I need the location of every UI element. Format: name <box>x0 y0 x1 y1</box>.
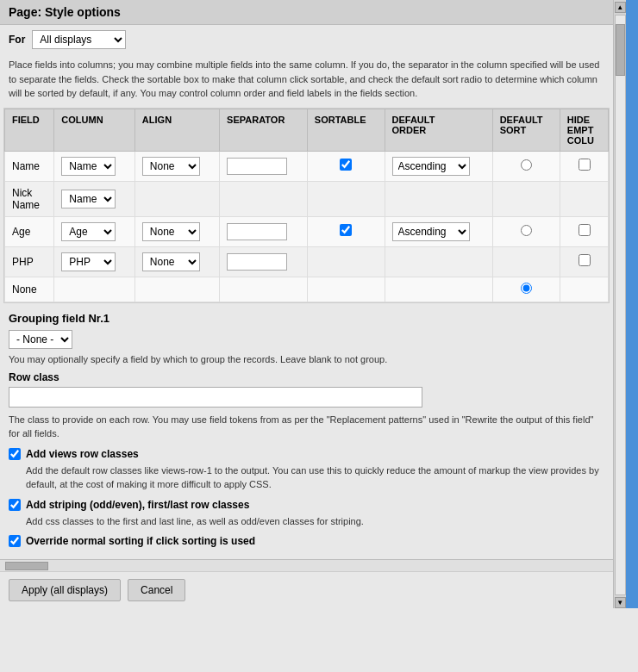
sortable-checkbox-name[interactable] <box>340 159 352 171</box>
blue-tab-top[interactable] <box>626 112 638 142</box>
col-header-column: COLUMN <box>54 109 135 151</box>
align-select-cell: NoneLeftCenterRight <box>134 151 219 181</box>
hide-empty-cell <box>560 151 608 181</box>
blue-tab-bottom[interactable] <box>626 314 638 345</box>
sortable-cell <box>307 216 385 246</box>
column-select-age[interactable]: NameAgePHP <box>61 222 116 241</box>
align-select-cell: NoneLeftCenterRight <box>134 246 219 277</box>
separator-input-name[interactable] <box>227 158 287 175</box>
table-row: NickName NameAgePHP <box>5 181 609 216</box>
col-header-default-sort: DEFAULTSORT <box>492 109 560 151</box>
sortable-none <box>307 277 385 302</box>
for-row: For All displays Default display <box>0 25 613 54</box>
col-header-field: FIELD <box>5 109 54 151</box>
checkbox-row-override: Override normal sorting if click sorting… <box>9 535 604 547</box>
column-select-cell: NameAgePHP <box>54 181 135 216</box>
hide-empty-none <box>560 277 608 302</box>
default-order-select-name[interactable]: AscendingDescending <box>392 157 470 176</box>
cancel-button[interactable]: Cancel <box>128 579 185 601</box>
column-select-nickname[interactable]: NameAgePHP <box>61 190 116 208</box>
for-select[interactable]: All displays Default display <box>32 30 126 49</box>
align-select-name[interactable]: NoneLeftCenterRight <box>142 157 200 176</box>
grouping-note: You may optionally specify a field by wh… <box>9 354 604 364</box>
sortable-checkbox-age[interactable] <box>340 224 352 236</box>
default-sort-radio-none[interactable] <box>521 283 532 294</box>
col-header-default-order: DEFAULTORDER <box>385 109 492 151</box>
col-header-align: ALIGN <box>134 109 219 151</box>
column-select-cell: NameAgePHP <box>54 246 135 277</box>
h-scroll-thumb[interactable] <box>5 562 48 570</box>
align-select-age[interactable]: NoneLeftCenterRight <box>142 222 200 241</box>
scroll-thumb[interactable] <box>616 24 625 76</box>
grouping-select[interactable]: - None - <box>9 330 72 349</box>
add-views-row-label[interactable]: Add views row classes <box>26 448 139 460</box>
field-none: None <box>5 277 54 302</box>
grouping-row: - None - <box>9 330 604 349</box>
description-text: Place fields into columns; you may combi… <box>9 58 604 101</box>
add-striping-sublabel: Add css classes to the first and last li… <box>26 514 604 529</box>
separator-none <box>220 277 308 302</box>
checkboxes-container: Add views row classes Add the default ro… <box>9 448 604 548</box>
default-sort-cell <box>492 216 560 246</box>
row-class-input[interactable] <box>9 387 422 408</box>
default-order-cell <box>385 181 492 216</box>
default-order-select-age[interactable]: AscendingDescending <box>392 222 470 241</box>
separator-input-php[interactable] <box>227 253 287 271</box>
grouping-title: Grouping field Nr.1 <box>9 312 604 325</box>
sortable-cell <box>307 246 385 277</box>
column-none <box>54 277 135 302</box>
blue-tabs-panel <box>626 0 638 608</box>
add-views-row-checkbox[interactable] <box>9 448 21 460</box>
scroll-track <box>615 15 626 595</box>
default-sort-radio-age[interactable] <box>521 225 532 236</box>
scroll-up-button[interactable]: ▲ <box>615 2 626 13</box>
column-select-cell: NameAgePHP <box>54 151 135 181</box>
for-label: For <box>9 34 25 46</box>
default-order-none <box>385 277 492 302</box>
col-header-sortable: SORTABLE <box>307 109 385 151</box>
hide-empty-checkbox-age[interactable] <box>579 224 591 236</box>
fields-table: FIELD COLUMN ALIGN SEPARATOR SORTABLE DE… <box>4 109 609 302</box>
separator-input-age[interactable] <box>227 223 287 240</box>
override-sorting-label[interactable]: Override normal sorting if click sorting… <box>26 535 255 547</box>
field-name: Age <box>5 216 54 246</box>
table-row: PHP NameAgePHP NoneLeftCenterRight <box>5 246 609 277</box>
add-striping-checkbox[interactable] <box>9 499 21 511</box>
align-select-cell: NoneLeftCenterRight <box>134 216 219 246</box>
checkbox-row-striping: Add striping (odd/even), first/last row … <box>9 499 604 511</box>
vertical-scrollbar[interactable]: ▲ ▼ <box>613 0 626 608</box>
default-sort-radio-name[interactable] <box>521 159 532 171</box>
field-name: Name <box>5 151 54 181</box>
align-select-cell <box>134 181 219 216</box>
horizontal-scrollbar[interactable] <box>0 559 613 571</box>
sortable-cell <box>307 151 385 181</box>
checkbox-row-views: Add views row classes <box>9 448 604 460</box>
override-sorting-checkbox[interactable] <box>9 535 21 547</box>
align-select-php[interactable]: NoneLeftCenterRight <box>142 252 200 271</box>
content-area: Page: Style options For All displays Def… <box>0 0 613 608</box>
column-select-php[interactable]: NameAgePHP <box>61 252 116 271</box>
page-title: Page: Style options <box>0 0 613 25</box>
separator-cell <box>220 216 308 246</box>
column-select-name[interactable]: NameAgePHP <box>61 157 116 176</box>
hide-empty-cell <box>560 181 608 216</box>
default-order-cell <box>385 246 492 277</box>
default-sort-cell <box>492 181 560 216</box>
grouping-section: Grouping field Nr.1 - None - You may opt… <box>0 303 613 560</box>
sortable-cell <box>307 181 385 216</box>
field-name: PHP <box>5 246 54 277</box>
hide-empty-checkbox-php[interactable] <box>579 254 591 266</box>
hide-empty-checkbox-name[interactable] <box>579 159 591 171</box>
default-sort-none <box>492 277 560 302</box>
default-order-cell: AscendingDescending <box>385 216 492 246</box>
row-class-title: Row class <box>9 371 604 383</box>
default-sort-cell <box>492 246 560 277</box>
main-content-box: FIELD COLUMN ALIGN SEPARATOR SORTABLE DE… <box>3 108 610 303</box>
scroll-down-button[interactable]: ▼ <box>615 597 626 608</box>
add-striping-label[interactable]: Add striping (odd/even), first/last row … <box>26 499 249 511</box>
separator-cell <box>220 181 308 216</box>
row-class-section: Row class The class to provide on each r… <box>9 371 604 441</box>
apply-button[interactable]: Apply (all displays) <box>9 579 121 601</box>
table-row: Name NameAgePHP NoneLeftCenterRight <box>5 151 609 181</box>
table-row-none: None <box>5 277 609 302</box>
